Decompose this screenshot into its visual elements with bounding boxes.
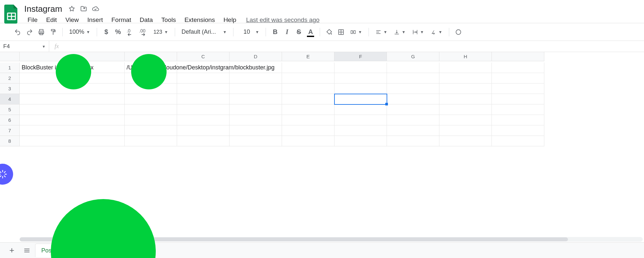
column-header-e[interactable]: E bbox=[282, 52, 334, 61]
cell-e1[interactable] bbox=[282, 63, 334, 73]
cell-a1[interactable]: BlockBuster in a phone box bbox=[20, 63, 125, 73]
all-sheets-button[interactable] bbox=[20, 244, 33, 257]
row-header-2[interactable]: 2 bbox=[0, 73, 20, 83]
column-header-h[interactable]: H bbox=[439, 52, 492, 61]
cell-d3[interactable] bbox=[230, 83, 282, 94]
merge-cells-dropdown[interactable]: ▼ bbox=[348, 27, 365, 38]
cell-b1[interactable]: /Users/thudercloudone/Desktop/instgram/b… bbox=[125, 63, 177, 73]
undo-button[interactable] bbox=[12, 27, 23, 38]
cell-h2[interactable] bbox=[439, 73, 492, 83]
cell-b3[interactable] bbox=[125, 83, 177, 94]
cell-i6[interactable] bbox=[492, 115, 544, 125]
document-title[interactable]: Instagram bbox=[22, 3, 64, 15]
cell-g2[interactable] bbox=[387, 73, 439, 83]
more-toolbar-button[interactable] bbox=[453, 27, 464, 38]
cell-a7[interactable] bbox=[20, 125, 125, 136]
cell-f4[interactable] bbox=[334, 94, 387, 104]
cell-i3[interactable] bbox=[492, 83, 544, 94]
row-header-8[interactable]: 8 bbox=[0, 136, 20, 146]
font-family-dropdown[interactable]: Default (Ari... ▼ bbox=[179, 27, 230, 38]
cell-h4[interactable] bbox=[439, 94, 492, 104]
sheets-logo-icon[interactable] bbox=[3, 3, 20, 25]
menu-help[interactable]: Help bbox=[219, 15, 240, 25]
sheet-tab-posted[interactable]: Posted ▼ bbox=[67, 244, 104, 257]
paint-format-button[interactable] bbox=[48, 27, 58, 38]
cell-a2[interactable] bbox=[20, 73, 125, 83]
cell-g7[interactable] bbox=[387, 125, 439, 136]
menu-insert[interactable]: Insert bbox=[83, 15, 107, 25]
selection-handle[interactable] bbox=[385, 103, 388, 105]
column-header-g[interactable]: G bbox=[387, 52, 439, 61]
borders-button[interactable] bbox=[336, 27, 346, 38]
cell-a8[interactable] bbox=[20, 136, 125, 146]
fill-color-button[interactable] bbox=[324, 27, 334, 38]
star-icon[interactable] bbox=[68, 5, 76, 13]
menu-edit[interactable]: Edit bbox=[42, 15, 61, 25]
cell-d7[interactable] bbox=[230, 125, 282, 136]
cell-g8[interactable] bbox=[387, 136, 439, 146]
select-all-corner[interactable] bbox=[0, 52, 20, 61]
column-header-blank[interactable] bbox=[492, 52, 544, 61]
cell-g1[interactable] bbox=[387, 63, 439, 73]
cell-h5[interactable] bbox=[439, 104, 492, 115]
cell-i8[interactable] bbox=[492, 136, 544, 146]
strikethrough-button[interactable]: S bbox=[293, 27, 304, 38]
cell-b5[interactable] bbox=[125, 104, 177, 115]
cell-e6[interactable] bbox=[282, 115, 334, 125]
cell-f8[interactable] bbox=[334, 136, 387, 146]
column-header-d[interactable]: D bbox=[230, 52, 282, 61]
cell-e3[interactable] bbox=[282, 83, 334, 94]
text-wrap-dropdown[interactable]: ▼ bbox=[410, 27, 427, 38]
cell-i1[interactable] bbox=[492, 63, 544, 73]
cell-g5[interactable] bbox=[387, 104, 439, 115]
font-size-dropdown[interactable]: 10 ▼ bbox=[237, 27, 262, 38]
percent-button[interactable]: % bbox=[113, 27, 123, 38]
cell-c4[interactable] bbox=[177, 94, 230, 104]
cell-i2[interactable] bbox=[492, 73, 544, 83]
cell-f6[interactable] bbox=[334, 115, 387, 125]
cell-d1[interactable] bbox=[230, 63, 282, 73]
menu-file[interactable]: File bbox=[24, 15, 42, 25]
menu-data[interactable]: Data bbox=[136, 15, 157, 25]
text-rotation-dropdown[interactable]: ▼ bbox=[428, 27, 445, 38]
menu-view[interactable]: View bbox=[61, 15, 83, 25]
decrease-decimals-button[interactable]: .0 bbox=[125, 27, 136, 38]
scrollbar-thumb[interactable] bbox=[20, 237, 568, 241]
cell-i4[interactable] bbox=[492, 94, 544, 104]
column-header-f[interactable]: F bbox=[334, 52, 387, 61]
move-icon[interactable] bbox=[79, 5, 88, 13]
cell-b2[interactable] bbox=[125, 73, 177, 83]
increase-decimals-button[interactable]: .00 bbox=[137, 27, 150, 38]
cell-c5[interactable] bbox=[177, 104, 230, 115]
cell-h1[interactable] bbox=[439, 63, 492, 73]
column-header-a[interactable]: A bbox=[20, 52, 125, 61]
cell-g4[interactable] bbox=[387, 94, 439, 104]
redo-button[interactable] bbox=[24, 27, 35, 38]
row-header-5[interactable]: 5 bbox=[0, 104, 20, 115]
cell-c3[interactable] bbox=[177, 83, 230, 94]
cell-e7[interactable] bbox=[282, 125, 334, 136]
row-header-1[interactable]: 1 bbox=[0, 63, 20, 73]
horizontal-align-dropdown[interactable]: ▼ bbox=[373, 27, 390, 38]
cell-c2[interactable] bbox=[177, 73, 230, 83]
menu-extensions[interactable]: Extensions bbox=[180, 15, 219, 25]
horizontal-scrollbar[interactable] bbox=[20, 237, 643, 242]
cell-e4[interactable] bbox=[282, 94, 334, 104]
cell-f2[interactable] bbox=[334, 73, 387, 83]
cell-b4[interactable] bbox=[125, 94, 177, 104]
cell-e2[interactable] bbox=[282, 73, 334, 83]
italic-button[interactable]: I bbox=[282, 27, 292, 38]
cell-d2[interactable] bbox=[230, 73, 282, 83]
cell-e5[interactable] bbox=[282, 104, 334, 115]
column-header-c[interactable]: C bbox=[177, 52, 230, 61]
cell-i7[interactable] bbox=[492, 125, 544, 136]
cell-c7[interactable] bbox=[177, 125, 230, 136]
cell-h3[interactable] bbox=[439, 83, 492, 94]
row-header-6[interactable]: 6 bbox=[0, 115, 20, 125]
row-header-4[interactable]: 4 bbox=[0, 94, 20, 104]
cell-b6[interactable] bbox=[125, 115, 177, 125]
more-formats-dropdown[interactable]: 123 ▼ bbox=[151, 27, 171, 38]
cell-a4[interactable] bbox=[20, 94, 125, 104]
row-header-7[interactable]: 7 bbox=[0, 125, 20, 136]
cell-c8[interactable] bbox=[177, 136, 230, 146]
